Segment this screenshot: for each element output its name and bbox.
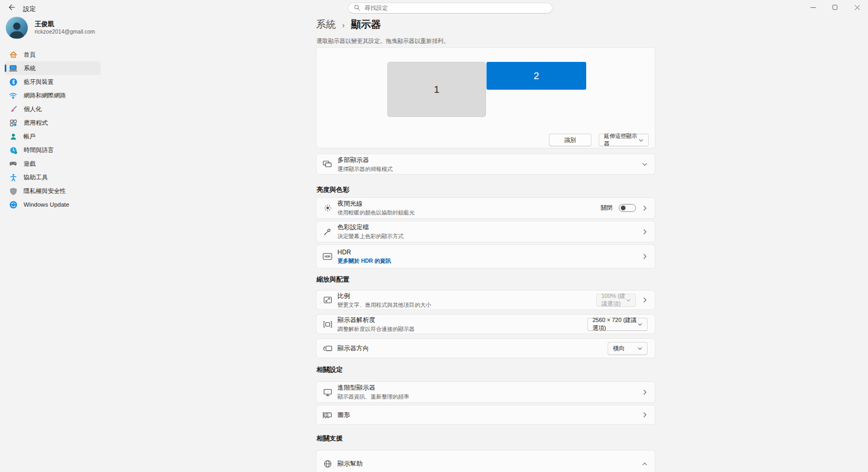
sidebar-item-network-internet[interactable]: 網路和網際網路 xyxy=(5,89,101,102)
orientation-dropdown-value: 橫向 xyxy=(613,345,624,352)
sidebar-item-bluetooth-devices[interactable]: 藍牙與裝置 xyxy=(5,75,101,89)
sidebar-item-label: 遊戲 xyxy=(24,160,36,168)
orientation-icon xyxy=(323,345,332,352)
sidebar-item-label: 首頁 xyxy=(24,51,36,59)
sidebar-item-home[interactable]: 首頁 xyxy=(5,48,101,61)
multiple-displays-row[interactable]: 多部顯示器 選擇顯示器的簡報模式 xyxy=(316,154,655,175)
section-header-scale-layout: 縮放與配置 xyxy=(316,275,350,284)
scale-row[interactable]: 比例 變更文字、應用程式與其他項目的大小 100% (建議選項) xyxy=(316,290,655,310)
sidebar-item-accessibility[interactable]: 協助工具 xyxy=(5,170,101,184)
sidebar-item-label: Windows Update xyxy=(24,201,69,208)
hdr-info-link[interactable]: 更多關於 HDR 的資訊 xyxy=(337,258,391,265)
row-subtitle: 變更文字、應用程式與其他項目的大小 xyxy=(337,302,431,309)
accessibility-icon xyxy=(9,173,17,181)
maximize-button[interactable] xyxy=(824,0,846,15)
sidebar-item-label: 協助工具 xyxy=(24,174,48,181)
sidebar-item-windows-update[interactable]: Windows Update xyxy=(5,198,101,211)
identify-button[interactable]: 識別 xyxy=(549,134,591,146)
app-title: 設定 xyxy=(23,5,36,14)
user-profile[interactable]: 王俊凱 rickzoe2014@gmail.com xyxy=(6,17,95,39)
toggle-state-label: 關閉 xyxy=(601,204,612,212)
sidebar-item-label: 時間與語言 xyxy=(24,146,54,154)
breadcrumb: 系統 › 顯示器 xyxy=(316,18,381,31)
scale-icon xyxy=(323,296,332,304)
orientation-dropdown[interactable]: 橫向 xyxy=(608,342,648,355)
page-title: 顯示器 xyxy=(351,18,381,31)
breadcrumb-separator: › xyxy=(342,21,345,29)
profile-name: 王俊凱 xyxy=(35,20,95,28)
resolution-icon xyxy=(323,320,332,328)
advanced-display-icon xyxy=(323,388,332,396)
display-help-icon xyxy=(323,459,332,468)
sidebar-item-apps[interactable]: 應用程式 xyxy=(5,116,101,130)
sidebar-item-gaming[interactable]: 遊戲 xyxy=(5,157,101,170)
night-light-row[interactable]: 夜間光線 使用較暖的顏色以協助封鎖藍光 關閉 xyxy=(316,197,655,219)
chevron-right-icon xyxy=(642,297,648,303)
accounts-icon xyxy=(9,132,17,141)
row-title: 進階型顯示器 xyxy=(337,383,409,392)
scale-dropdown-value: 100% (建議選項) xyxy=(601,292,626,308)
row-title: 多部顯示器 xyxy=(337,156,393,165)
chevron-down-icon xyxy=(642,162,648,167)
color-profile-row[interactable]: 色彩設定檔 決定螢幕上色彩的顯示方式 xyxy=(316,221,655,242)
row-subtitle: 決定螢幕上色彩的顯示方式 xyxy=(337,233,404,240)
page-description: 選取顯示器以變更其設定。拖曳顯示器以重新排列。 xyxy=(316,37,449,45)
chevron-down-icon xyxy=(638,322,642,327)
resolution-dropdown[interactable]: 2560 × 720 (建議選項) xyxy=(587,318,648,331)
hdr-row[interactable]: HDR HDR 更多關於 HDR 的資訊 xyxy=(316,244,655,269)
graphics-row[interactable]: 圖形 xyxy=(316,405,655,425)
sidebar-nav: 首頁 系統 藍牙與裝置 網路和網際網路 個人化 應用程式 帳戶 xyxy=(5,48,101,211)
row-title: 夜間光線 xyxy=(337,199,415,208)
night-light-icon xyxy=(323,203,332,212)
row-title: 顯示器解析度 xyxy=(337,316,415,325)
sidebar-item-label: 帳戶 xyxy=(24,133,36,141)
sidebar-item-accounts[interactable]: 帳戶 xyxy=(5,130,101,143)
row-title: 色彩設定檔 xyxy=(337,223,404,232)
sidebar-item-label: 個人化 xyxy=(24,105,42,113)
breadcrumb-system[interactable]: 系統 xyxy=(316,18,336,31)
back-button[interactable] xyxy=(4,2,19,15)
multiple-displays-icon xyxy=(323,160,332,168)
monitor-2-selected[interactable]: 2 xyxy=(486,62,586,90)
sidebar-item-system[interactable]: 系統 xyxy=(5,61,101,75)
hdr-icon: HDR xyxy=(323,253,332,260)
resolution-row: 顯示器解析度 調整解析度以符合連接的顯示器 2560 × 720 (建議選項) xyxy=(316,314,655,334)
sidebar-item-personalization[interactable]: 個人化 xyxy=(5,102,101,116)
row-subtitle: 顯示器資訊、重新整理的頻率 xyxy=(337,393,409,401)
profile-email: rickzoe2014@gmail.com xyxy=(35,28,95,35)
row-title: HDR xyxy=(337,249,391,256)
chevron-right-icon xyxy=(642,229,648,235)
display-help-row[interactable]: 顯示幫助 xyxy=(316,450,655,472)
row-subtitle: 選擇顯示器的簡報模式 xyxy=(337,166,393,173)
resolution-dropdown-value: 2560 × 720 (建議選項) xyxy=(592,316,638,332)
chevron-down-icon xyxy=(638,346,642,351)
time-language-icon xyxy=(9,146,17,154)
row-title: 比例 xyxy=(337,292,431,301)
monitor-1[interactable]: 1 xyxy=(387,62,486,117)
row-title: 顯示器方向 xyxy=(337,344,369,353)
row-title: 顯示幫助 xyxy=(337,459,363,468)
scale-dropdown: 100% (建議選項) xyxy=(596,294,636,307)
chevron-right-icon xyxy=(642,253,648,260)
svg-text:HDR: HDR xyxy=(324,255,330,258)
section-header-brightness-color: 亮度與色彩 xyxy=(316,186,350,195)
orientation-row: 顯示器方向 橫向 xyxy=(316,338,655,358)
sidebar-item-time-language[interactable]: 時間與語言 xyxy=(5,143,101,157)
close-button[interactable] xyxy=(846,0,868,15)
graphics-icon xyxy=(323,411,332,419)
home-icon xyxy=(9,50,17,59)
minimize-button[interactable] xyxy=(802,0,824,15)
sidebar-item-label: 網路和網際網路 xyxy=(24,92,66,100)
section-header-related-support: 相關支援 xyxy=(316,434,343,443)
sidebar-item-label: 系統 xyxy=(24,65,36,72)
advanced-display-row[interactable]: 進階型顯示器 顯示器資訊、重新整理的頻率 xyxy=(316,381,655,403)
chevron-right-icon xyxy=(642,389,648,395)
main-content: 系統 › 顯示器 選取顯示器以變更其設定。拖曳顯示器以重新排列。 1 2 識別 … xyxy=(316,0,655,472)
display-mode-dropdown[interactable]: 延伸這些顯示器 xyxy=(599,134,649,146)
sidebar-item-privacy-security[interactable]: 隱私權與安全性 xyxy=(5,184,101,198)
night-light-toggle[interactable] xyxy=(619,204,636,212)
gaming-icon xyxy=(9,159,17,168)
chevron-right-icon xyxy=(642,205,648,211)
sidebar-item-label: 藍牙與裝置 xyxy=(24,78,54,86)
network-icon xyxy=(9,91,17,100)
